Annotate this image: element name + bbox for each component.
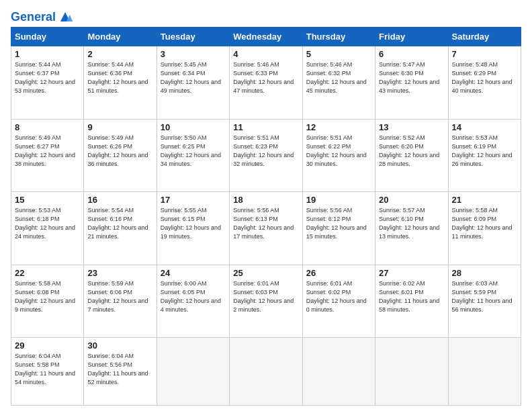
day-number: 20 [379,195,444,205]
day-info: Sunrise: 5:51 AM Sunset: 6:23 PM Dayligh… [233,134,298,169]
calendar-cell: 23 Sunrise: 5:59 AM Sunset: 6:06 PM Dayl… [84,265,157,338]
day-info: Sunrise: 5:57 AM Sunset: 6:10 PM Dayligh… [379,206,444,241]
calendar-cell: 12 Sunrise: 5:51 AM Sunset: 6:22 PM Dayl… [302,119,375,192]
week-row-3: 15 Sunrise: 5:53 AM Sunset: 6:18 PM Dayl… [11,192,521,265]
day-number: 7 [452,49,517,59]
calendar-cell: 5 Sunrise: 5:46 AM Sunset: 6:32 PM Dayli… [302,46,375,120]
day-info: Sunrise: 6:02 AM Sunset: 6:01 PM Dayligh… [379,279,444,314]
calendar-cell: 22 Sunrise: 5:58 AM Sunset: 6:08 PM Dayl… [11,265,84,338]
day-info: Sunrise: 6:01 AM Sunset: 6:03 PM Dayligh… [233,279,298,314]
day-number: 5 [306,49,371,59]
logo-text: General [11,11,56,24]
day-number: 1 [15,49,80,59]
calendar-table: SundayMondayTuesdayWednesdayThursdayFrid… [11,27,521,406]
day-number: 8 [15,122,80,132]
page: General SundayMondayTuesdayWednesdayThur… [0,0,532,411]
calendar-cell [448,338,521,406]
day-number: 12 [306,122,371,132]
calendar-cell: 2 Sunrise: 5:44 AM Sunset: 6:36 PM Dayli… [84,46,157,120]
day-info: Sunrise: 5:55 AM Sunset: 6:15 PM Dayligh… [161,206,226,241]
calendar-cell: 13 Sunrise: 5:52 AM Sunset: 6:20 PM Dayl… [375,119,448,192]
day-info: Sunrise: 5:49 AM Sunset: 6:27 PM Dayligh… [15,134,80,169]
calendar-cell: 1 Sunrise: 5:44 AM Sunset: 6:37 PM Dayli… [11,46,84,120]
calendar-cell: 11 Sunrise: 5:51 AM Sunset: 6:23 PM Dayl… [230,119,302,192]
day-info: Sunrise: 5:44 AM Sunset: 6:37 PM Dayligh… [15,60,80,95]
day-info: Sunrise: 5:50 AM Sunset: 6:25 PM Dayligh… [161,134,226,169]
day-number: 18 [233,195,298,205]
week-row-5: 29 Sunrise: 6:04 AM Sunset: 5:58 PM Dayl… [11,338,521,406]
day-header-friday: Friday [375,28,448,46]
day-number: 23 [87,268,152,278]
calendar-cell: 9 Sunrise: 5:49 AM Sunset: 6:26 PM Dayli… [84,119,157,192]
calendar-cell: 10 Sunrise: 5:50 AM Sunset: 6:25 PM Dayl… [157,119,229,192]
day-number: 4 [233,49,298,59]
day-info: Sunrise: 5:44 AM Sunset: 6:36 PM Dayligh… [87,60,152,95]
day-number: 27 [379,268,444,278]
day-header-saturday: Saturday [448,28,521,46]
day-info: Sunrise: 5:45 AM Sunset: 6:34 PM Dayligh… [161,60,226,95]
calendar-cell: 16 Sunrise: 5:54 AM Sunset: 6:16 PM Dayl… [84,192,157,265]
day-info: Sunrise: 5:56 AM Sunset: 6:12 PM Dayligh… [306,206,371,241]
day-number: 26 [306,268,371,278]
day-info: Sunrise: 6:04 AM Sunset: 5:56 PM Dayligh… [87,352,152,387]
day-info: Sunrise: 5:49 AM Sunset: 6:26 PM Dayligh… [87,134,152,169]
week-row-1: 1 Sunrise: 5:44 AM Sunset: 6:37 PM Dayli… [11,46,521,120]
day-number: 16 [87,195,152,205]
day-info: Sunrise: 6:03 AM Sunset: 5:59 PM Dayligh… [452,279,517,314]
day-number: 2 [87,49,152,59]
day-info: Sunrise: 5:46 AM Sunset: 6:33 PM Dayligh… [233,60,298,95]
calendar-header-row: SundayMondayTuesdayWednesdayThursdayFrid… [11,28,521,46]
day-info: Sunrise: 5:58 AM Sunset: 6:08 PM Dayligh… [15,279,80,314]
day-number: 25 [233,268,298,278]
calendar-cell [157,338,229,406]
day-number: 11 [233,122,298,132]
calendar-cell: 17 Sunrise: 5:55 AM Sunset: 6:15 PM Dayl… [157,192,229,265]
day-info: Sunrise: 5:58 AM Sunset: 6:09 PM Dayligh… [452,206,517,241]
day-header-tuesday: Tuesday [157,28,229,46]
week-row-2: 8 Sunrise: 5:49 AM Sunset: 6:27 PM Dayli… [11,119,521,192]
day-info: Sunrise: 5:51 AM Sunset: 6:22 PM Dayligh… [306,134,371,169]
day-number: 3 [161,49,226,59]
calendar-cell: 28 Sunrise: 6:03 AM Sunset: 5:59 PM Dayl… [448,265,521,338]
calendar-cell: 15 Sunrise: 5:53 AM Sunset: 6:18 PM Dayl… [11,192,84,265]
calendar-cell: 7 Sunrise: 5:48 AM Sunset: 6:29 PM Dayli… [448,46,521,120]
day-number: 6 [379,49,444,59]
day-header-monday: Monday [84,28,157,46]
day-number: 30 [87,340,152,351]
day-number: 10 [161,122,226,132]
day-info: Sunrise: 5:56 AM Sunset: 6:13 PM Dayligh… [233,206,298,241]
day-header-sunday: Sunday [11,28,84,46]
day-info: Sunrise: 5:53 AM Sunset: 6:18 PM Dayligh… [15,206,80,241]
day-info: Sunrise: 5:47 AM Sunset: 6:30 PM Dayligh… [379,60,444,95]
calendar-cell: 19 Sunrise: 5:56 AM Sunset: 6:12 PM Dayl… [302,192,375,265]
calendar-cell [375,338,448,406]
calendar-cell: 8 Sunrise: 5:49 AM Sunset: 6:27 PM Dayli… [11,119,84,192]
day-header-thursday: Thursday [302,28,375,46]
calendar-cell [302,338,375,406]
calendar-cell: 21 Sunrise: 5:58 AM Sunset: 6:09 PM Dayl… [448,192,521,265]
calendar-cell: 18 Sunrise: 5:56 AM Sunset: 6:13 PM Dayl… [230,192,302,265]
calendar-cell: 14 Sunrise: 5:53 AM Sunset: 6:19 PM Dayl… [448,119,521,192]
calendar-cell: 26 Sunrise: 6:01 AM Sunset: 6:02 PM Dayl… [302,265,375,338]
day-number: 15 [15,195,80,205]
calendar-cell: 4 Sunrise: 5:46 AM Sunset: 6:33 PM Dayli… [230,46,302,120]
day-number: 9 [87,122,152,132]
day-info: Sunrise: 5:59 AM Sunset: 6:06 PM Dayligh… [87,279,152,314]
calendar-cell: 3 Sunrise: 5:45 AM Sunset: 6:34 PM Dayli… [157,46,229,120]
calendar-cell: 30 Sunrise: 6:04 AM Sunset: 5:56 PM Dayl… [84,338,157,406]
day-header-wednesday: Wednesday [230,28,302,46]
day-number: 19 [306,195,371,205]
day-info: Sunrise: 6:04 AM Sunset: 5:58 PM Dayligh… [15,352,80,387]
day-number: 17 [161,195,226,205]
logo-icon [58,9,73,24]
day-number: 24 [161,268,226,278]
day-info: Sunrise: 5:46 AM Sunset: 6:32 PM Dayligh… [306,60,371,95]
day-info: Sunrise: 5:53 AM Sunset: 6:19 PM Dayligh… [452,134,517,169]
day-number: 14 [452,122,517,132]
day-info: Sunrise: 5:54 AM Sunset: 6:16 PM Dayligh… [87,206,152,241]
day-number: 22 [15,268,80,278]
week-row-4: 22 Sunrise: 5:58 AM Sunset: 6:08 PM Dayl… [11,265,521,338]
day-number: 29 [15,340,80,351]
calendar-cell: 20 Sunrise: 5:57 AM Sunset: 6:10 PM Dayl… [375,192,448,265]
day-info: Sunrise: 6:01 AM Sunset: 6:02 PM Dayligh… [306,279,371,314]
